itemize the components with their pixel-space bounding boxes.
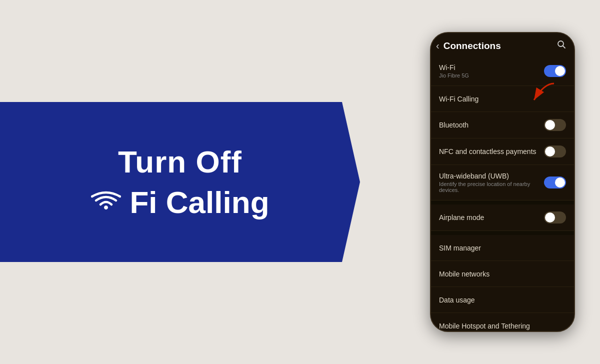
- bluetooth-label: Bluetooth: [439, 121, 468, 129]
- settings-item-sim[interactable]: SIM manager: [431, 235, 574, 261]
- settings-item-mobile-networks[interactable]: Mobile networks: [431, 261, 574, 287]
- section-divider-1: [431, 200, 574, 204]
- phone-mockup: ‹ Connections Wi-Fi Jio Fibre 5G Wi-Fi C…: [430, 32, 575, 332]
- wifi-label: Wi-Fi: [439, 64, 469, 72]
- settings-list: Wi-Fi Jio Fibre 5G Wi-Fi Calling: [431, 56, 574, 331]
- wifi-toggle[interactable]: [544, 65, 566, 77]
- settings-item-hotspot[interactable]: Mobile Hotspot and Tethering: [431, 313, 574, 331]
- back-icon[interactable]: ‹: [436, 40, 440, 52]
- wifi-icon: [91, 190, 121, 214]
- phone-header: ‹ Connections: [431, 33, 574, 56]
- page-title: Connections: [444, 40, 557, 52]
- settings-item-bluetooth[interactable]: Bluetooth: [431, 112, 574, 138]
- wifi-calling-label: Wi-Fi Calling: [439, 95, 478, 103]
- airplane-toggle[interactable]: [544, 212, 566, 224]
- svg-line-1: [563, 46, 566, 48]
- settings-item-wifi-calling[interactable]: Wi-Fi Calling: [431, 86, 574, 112]
- nfc-label: NFC and contactless payments: [439, 148, 536, 156]
- hotspot-label: Mobile Hotspot and Tethering: [439, 322, 530, 330]
- data-usage-label: Data usage: [439, 296, 475, 304]
- banner-wifi-text: Fi Calling: [130, 184, 270, 220]
- search-icon[interactable]: [557, 40, 566, 52]
- uwb-label: Ultra-wideband (UWB): [439, 172, 544, 180]
- banner-line2: Fi Calling: [91, 184, 270, 220]
- wifi-sublabel: Jio Fibre 5G: [439, 72, 469, 78]
- uwb-sublabel: Identify the precise location of nearby …: [439, 181, 544, 193]
- airplane-label: Airplane mode: [439, 214, 484, 222]
- uwb-toggle[interactable]: [544, 176, 566, 188]
- settings-item-data-usage[interactable]: Data usage: [431, 287, 574, 313]
- sim-label: SIM manager: [439, 244, 481, 252]
- nfc-toggle[interactable]: [544, 146, 566, 158]
- bluetooth-toggle[interactable]: [544, 119, 566, 131]
- banner-line1: Turn Off: [118, 144, 242, 180]
- tutorial-banner: Turn Off Fi Calling: [0, 102, 360, 262]
- mobile-networks-label: Mobile networks: [439, 270, 490, 278]
- settings-item-uwb[interactable]: Ultra-wideband (UWB) Identify the precis…: [431, 165, 574, 200]
- settings-item-nfc[interactable]: NFC and contactless payments: [431, 138, 574, 165]
- settings-item-wifi[interactable]: Wi-Fi Jio Fibre 5G: [431, 56, 574, 86]
- section-divider-2: [431, 231, 574, 235]
- settings-item-airplane[interactable]: Airplane mode: [431, 204, 574, 231]
